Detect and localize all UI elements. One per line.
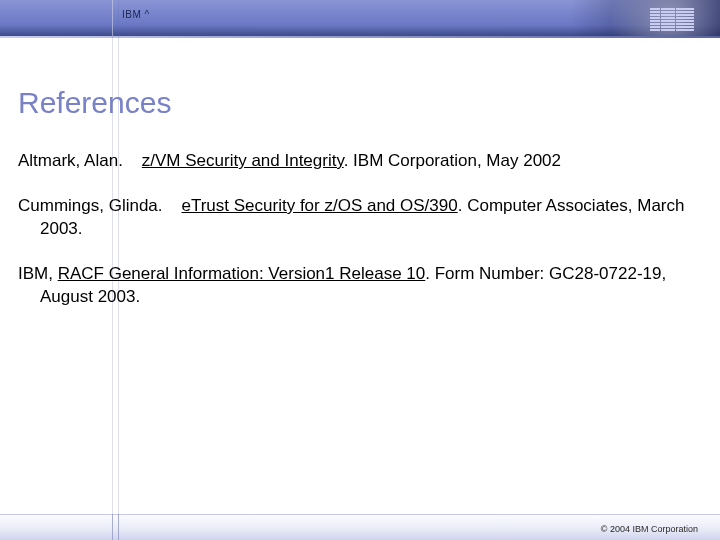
reference-item: IBM, RACF General Information: Version1 …	[18, 263, 702, 309]
footer-divider	[112, 514, 113, 540]
slide: IBM ^ References Altmark, Alan. z/VM Sec…	[0, 0, 720, 540]
ref-title: RACF General Information: Version1 Relea…	[58, 264, 426, 283]
copyright-text: © 2004 IBM Corporation	[601, 524, 698, 534]
header-underline	[0, 36, 720, 38]
footer-bar: © 2004 IBM Corporation	[0, 514, 720, 540]
header-product-label: IBM ^	[122, 9, 150, 20]
reference-item: Altmark, Alan. z/VM Security and Integri…	[18, 150, 702, 173]
ref-author: Cummings, Glinda.	[18, 196, 163, 215]
ref-author: IBM,	[18, 264, 58, 283]
reference-item: Cummings, Glinda. eTrust Security for z/…	[18, 195, 702, 241]
header-bar: IBM ^	[0, 0, 720, 36]
ibm-logo-icon	[650, 8, 694, 31]
ref-rest: . IBM Corporation, May 2002	[344, 151, 561, 170]
slide-title: References	[18, 86, 171, 120]
body-content: Altmark, Alan. z/VM Security and Integri…	[18, 150, 702, 331]
ref-title: z/VM Security and Integrity	[142, 151, 344, 170]
ref-title: eTrust Security for z/OS and OS/390	[181, 196, 457, 215]
footer-divider	[118, 514, 119, 540]
ref-author: Altmark, Alan.	[18, 151, 123, 170]
